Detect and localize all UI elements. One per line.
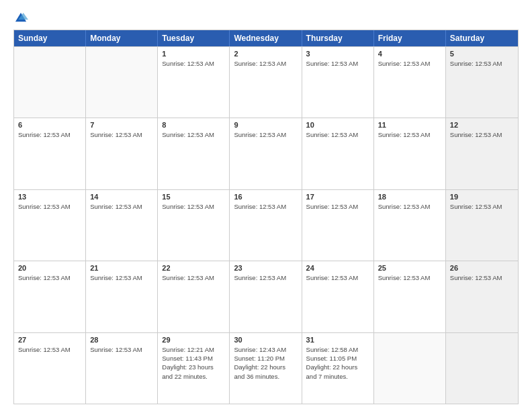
- calendar-cell: 5Sunrise: 12:53 AM: [446, 47, 518, 118]
- day-number: 31: [306, 336, 369, 344]
- day-number: 3: [306, 50, 369, 58]
- logo-icon: [13, 11, 28, 26]
- calendar-cell: 31Sunrise: 12:58 AM Sunset: 11:05 PM Day…: [302, 333, 374, 404]
- day-info: Sunrise: 12:53 AM: [450, 202, 514, 211]
- header: [13, 11, 519, 26]
- day-info: Sunrise: 12:53 AM: [234, 202, 297, 211]
- day-info: Sunrise: 12:21 AM Sunset: 11:43 PM Dayli…: [162, 345, 225, 381]
- calendar-cell: 16Sunrise: 12:53 AM: [230, 190, 302, 261]
- calendar-cell: 23Sunrise: 12:53 AM: [230, 261, 302, 332]
- day-info: Sunrise: 12:53 AM: [306, 273, 369, 282]
- calendar-cell: 13Sunrise: 12:53 AM: [14, 190, 86, 261]
- calendar-cell: 28Sunrise: 12:53 AM: [86, 333, 158, 404]
- calendar-header-cell: Tuesday: [158, 30, 230, 46]
- day-info: Sunrise: 12:53 AM: [234, 59, 297, 68]
- calendar-body: 1Sunrise: 12:53 AM2Sunrise: 12:53 AM3Sun…: [14, 46, 518, 404]
- day-info: Sunrise: 12:53 AM: [234, 130, 297, 139]
- calendar-cell: 10Sunrise: 12:53 AM: [302, 118, 374, 189]
- day-info: Sunrise: 12:53 AM: [162, 130, 225, 139]
- day-number: 1: [162, 50, 225, 58]
- day-info: Sunrise: 12:53 AM: [162, 202, 225, 211]
- day-number: 27: [18, 336, 81, 344]
- calendar-cell: [14, 47, 86, 118]
- day-number: 25: [378, 264, 441, 272]
- calendar-cell: 20Sunrise: 12:53 AM: [14, 261, 86, 332]
- day-number: 16: [234, 193, 297, 201]
- calendar-cell: 11Sunrise: 12:53 AM: [374, 118, 446, 189]
- calendar-cell: 22Sunrise: 12:53 AM: [158, 261, 230, 332]
- calendar-header-cell: Sunday: [14, 30, 86, 46]
- calendar-cell: 8Sunrise: 12:53 AM: [158, 118, 230, 189]
- calendar-cell: 14Sunrise: 12:53 AM: [86, 190, 158, 261]
- calendar-header-cell: Saturday: [446, 30, 518, 46]
- day-number: 17: [306, 193, 369, 201]
- calendar-cell: [374, 333, 446, 404]
- day-number: 23: [234, 264, 297, 272]
- calendar-cell: 27Sunrise: 12:53 AM: [14, 333, 86, 404]
- day-info: Sunrise: 12:53 AM: [18, 130, 81, 139]
- day-number: 12: [450, 121, 514, 129]
- day-info: Sunrise: 12:58 AM Sunset: 11:05 PM Dayli…: [306, 345, 369, 381]
- calendar-cell: 1Sunrise: 12:53 AM: [158, 47, 230, 118]
- calendar-week: 1Sunrise: 12:53 AM2Sunrise: 12:53 AM3Sun…: [14, 46, 518, 118]
- day-info: Sunrise: 12:53 AM: [90, 130, 153, 139]
- calendar-header-cell: Wednesday: [230, 30, 302, 46]
- day-info: Sunrise: 12:53 AM: [378, 273, 441, 282]
- calendar-cell: 4Sunrise: 12:53 AM: [374, 47, 446, 118]
- calendar-header-cell: Friday: [374, 30, 446, 46]
- day-number: 8: [162, 121, 225, 129]
- day-info: Sunrise: 12:43 AM Sunset: 11:20 PM Dayli…: [234, 345, 297, 381]
- day-info: Sunrise: 12:53 AM: [450, 273, 514, 282]
- day-number: 29: [162, 336, 225, 344]
- day-number: 2: [234, 50, 297, 58]
- calendar-cell: 18Sunrise: 12:53 AM: [374, 190, 446, 261]
- day-info: Sunrise: 12:53 AM: [378, 59, 441, 68]
- calendar-cell: 12Sunrise: 12:53 AM: [446, 118, 518, 189]
- day-number: 7: [90, 121, 153, 129]
- day-number: 28: [90, 336, 153, 344]
- calendar-cell: 6Sunrise: 12:53 AM: [14, 118, 86, 189]
- calendar-cell: 24Sunrise: 12:53 AM: [302, 261, 374, 332]
- day-info: Sunrise: 12:53 AM: [18, 345, 81, 354]
- day-info: Sunrise: 12:53 AM: [306, 130, 369, 139]
- calendar-cell: 30Sunrise: 12:43 AM Sunset: 11:20 PM Day…: [230, 333, 302, 404]
- calendar-cell: 15Sunrise: 12:53 AM: [158, 190, 230, 261]
- day-info: Sunrise: 12:53 AM: [90, 273, 153, 282]
- calendar: SundayMondayTuesdayWednesdayThursdayFrid…: [13, 30, 519, 404]
- calendar-cell: 3Sunrise: 12:53 AM: [302, 47, 374, 118]
- calendar-cell: 9Sunrise: 12:53 AM: [230, 118, 302, 189]
- calendar-cell: 2Sunrise: 12:53 AM: [230, 47, 302, 118]
- calendar-week: 6Sunrise: 12:53 AM7Sunrise: 12:53 AM8Sun…: [14, 118, 518, 189]
- day-number: 4: [378, 50, 441, 58]
- day-info: Sunrise: 12:53 AM: [378, 130, 441, 139]
- day-number: 30: [234, 336, 297, 344]
- day-info: Sunrise: 12:53 AM: [162, 59, 225, 68]
- calendar-week: 20Sunrise: 12:53 AM21Sunrise: 12:53 AM22…: [14, 261, 518, 332]
- calendar-week: 13Sunrise: 12:53 AM14Sunrise: 12:53 AM15…: [14, 189, 518, 261]
- day-number: 19: [450, 193, 514, 201]
- day-info: Sunrise: 12:53 AM: [90, 345, 153, 354]
- calendar-cell: 25Sunrise: 12:53 AM: [374, 261, 446, 332]
- day-number: 5: [450, 50, 514, 58]
- day-info: Sunrise: 12:53 AM: [450, 130, 514, 139]
- calendar-cell: 26Sunrise: 12:53 AM: [446, 261, 518, 332]
- calendar-cell: [86, 47, 158, 118]
- day-number: 20: [18, 264, 81, 272]
- page: SundayMondayTuesdayWednesdayThursdayFrid…: [0, 0, 532, 411]
- calendar-cell: [446, 333, 518, 404]
- calendar-cell: 29Sunrise: 12:21 AM Sunset: 11:43 PM Day…: [158, 333, 230, 404]
- day-number: 11: [378, 121, 441, 129]
- day-info: Sunrise: 12:53 AM: [234, 273, 297, 282]
- day-info: Sunrise: 12:53 AM: [378, 202, 441, 211]
- day-number: 13: [18, 193, 81, 201]
- day-info: Sunrise: 12:53 AM: [306, 59, 369, 68]
- calendar-header-row: SundayMondayTuesdayWednesdayThursdayFrid…: [14, 30, 518, 46]
- day-number: 21: [90, 264, 153, 272]
- calendar-header-cell: Monday: [86, 30, 158, 46]
- day-info: Sunrise: 12:53 AM: [162, 273, 225, 282]
- day-number: 22: [162, 264, 225, 272]
- day-number: 26: [450, 264, 514, 272]
- calendar-cell: 17Sunrise: 12:53 AM: [302, 190, 374, 261]
- day-number: 14: [90, 193, 153, 201]
- calendar-header-cell: Thursday: [302, 30, 374, 46]
